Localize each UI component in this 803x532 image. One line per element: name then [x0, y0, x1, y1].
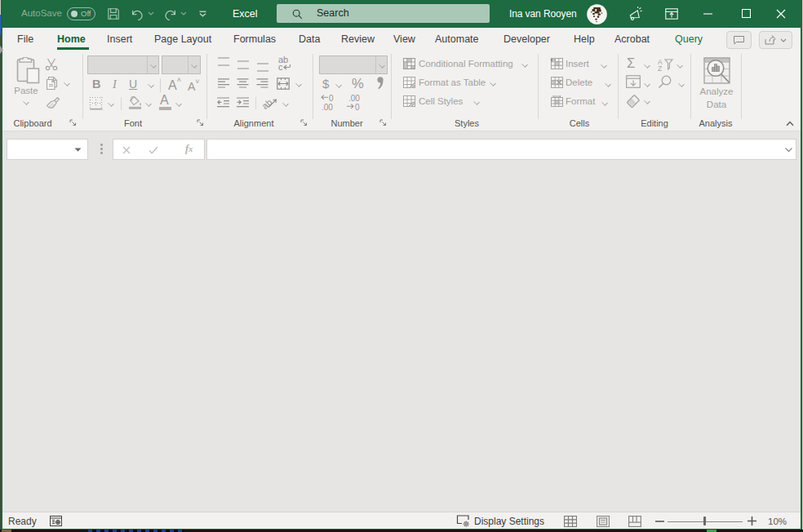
svg-text:c: c — [278, 62, 283, 70]
svg-text:0: 0 — [355, 103, 360, 112]
svg-text:.00: .00 — [348, 94, 360, 103]
svg-text:Z: Z — [658, 64, 662, 72]
svg-text:.00: .00 — [322, 103, 333, 112]
svg-text:0: 0 — [329, 94, 334, 103]
